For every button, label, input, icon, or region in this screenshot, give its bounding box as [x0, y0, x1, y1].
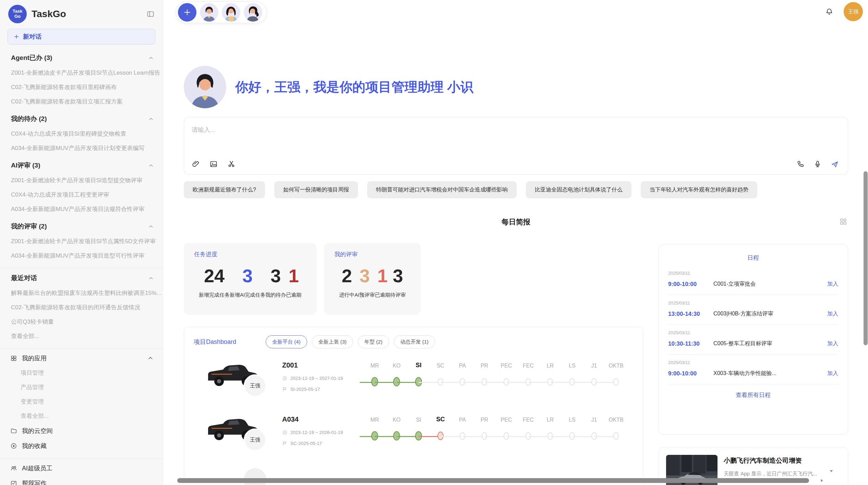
schedule-item: 2025/03/11 10:30-11:30 C005-整车工程目标评审 加入: [668, 325, 838, 355]
sidebar-item[interactable]: C02-飞腾新能源轻客改款项目立项汇报方案: [0, 95, 163, 109]
dashboard-tab[interactable]: 全新平台 (4): [266, 335, 307, 348]
schedule-name: C005-整车工程目标评审: [713, 340, 827, 347]
scroll-down-arrow-icon[interactable]: [828, 468, 834, 474]
milestone: FEC: [517, 358, 539, 399]
sidebar-item[interactable]: Z001-全新燃油轻卡产品开发项目SI节点属性5D文件评审: [0, 234, 163, 249]
user-avatar[interactable]: 王强: [844, 2, 863, 21]
sidebar-item[interactable]: C0X4-动力总成开发项目SI里程碑提交物检查: [0, 127, 163, 141]
new-chat-button[interactable]: 新对话: [8, 29, 155, 45]
paperclip-icon[interactable]: [192, 160, 200, 168]
milestone-label: SC: [430, 363, 451, 369]
recent-view-all[interactable]: 查看全部...: [0, 329, 163, 344]
recent-chat-item[interactable]: 公司Q3轻卡销量: [0, 315, 163, 329]
dashboard-tab[interactable]: 全新上装 (3): [312, 335, 353, 348]
chevron-up-icon[interactable]: [148, 116, 154, 122]
sidebar-item[interactable]: Z001-全新燃油轻卡产品开发项目SI造型提交物评审: [0, 173, 163, 188]
stat-value: 3: [265, 264, 286, 288]
recent-chat-item[interactable]: C02-飞腾新能源轻客改款项目的闭环通告反馈情况: [0, 300, 163, 315]
milestone-connector: [594, 382, 616, 383]
horizontal-scrollbar[interactable]: [177, 478, 809, 483]
sidebar-item[interactable]: A034-全新新能源MUV产品开发项目造型可行性评审: [0, 249, 163, 263]
sidebar-item[interactable]: C02-飞腾新能源轻客改款项目里程碑画布: [0, 80, 163, 95]
milestone: LR: [539, 412, 561, 453]
write-icon: [10, 480, 17, 485]
my-apps-item[interactable]: 产品管理: [0, 380, 163, 395]
milestone: PR: [473, 412, 495, 453]
sidebar-section-header[interactable]: AI评审 (3): [0, 158, 163, 173]
suggestion-chip[interactable]: 当下年轻人对汽车外观有怎样的喜好趋势: [641, 181, 757, 198]
my-apps-view-all[interactable]: 查看全部...: [0, 409, 163, 423]
project-code: A034: [282, 415, 299, 423]
schedule-item: 2025/03/11 9:00-10:00 C001-立项审批会 加入: [668, 265, 838, 295]
project-row[interactable]: 王强 A034 2023-12-19 ~ 2026-01-19: [194, 412, 633, 463]
schedule-row: 9:00-10:00 C001-立项审批会 加入: [668, 281, 838, 288]
stat-card: 任务进度 24 新增完成任务: [184, 243, 316, 315]
dashboard-tab[interactable]: 动总开发 (1): [394, 335, 435, 348]
recent-chats-title: 最近对话: [11, 274, 148, 283]
dashboard-tab[interactable]: 年型 (2): [358, 335, 389, 348]
join-button[interactable]: 加入: [827, 340, 838, 347]
image-icon[interactable]: [209, 160, 218, 168]
dashboard-header: 项目Dashboard 全新平台 (4) 全新上装 (3) 年型 (2): [194, 335, 633, 348]
suggestion-chip[interactable]: 如何写一份清晰的项目周报: [274, 181, 358, 198]
milestone-connector: [506, 436, 528, 437]
sidebar-item-favorites[interactable]: 我的收藏: [0, 438, 163, 453]
view-all-schedule[interactable]: 查看所有日程: [668, 384, 838, 399]
suggestion-chip[interactable]: 欧洲新规最近颁布了什么?: [184, 181, 265, 198]
vertical-scrollbar[interactable]: [864, 171, 868, 345]
milestone-connector: [550, 436, 572, 437]
chevron-up-icon[interactable]: [148, 275, 154, 281]
sidebar-item[interactable]: C0X4-动力总成开发项目工程变更评审: [0, 188, 163, 202]
stat-card-title: 任务进度: [194, 250, 306, 258]
sidebar-section-header[interactable]: 我的评审 (2): [0, 219, 163, 234]
sidebar-section-header[interactable]: Agent已办 (3): [0, 50, 163, 66]
agent-avatar-3[interactable]: [244, 3, 262, 22]
chevron-up-icon[interactable]: [148, 163, 154, 169]
join-button[interactable]: 加入: [827, 281, 838, 288]
project-row[interactable]: 王强 Z001 2023-12-19 ~ 2027-01-19: [194, 358, 633, 409]
project-owner-badge: 王强: [244, 374, 266, 397]
scissors-icon[interactable]: [227, 160, 236, 168]
sidebar-item[interactable]: A034-全新新能源MUV产品开发项目计划变更表编写: [0, 141, 163, 156]
recent-chat-item[interactable]: 解释最新出台的欧盟报废车法规再生塑料比例被调至15%...: [0, 286, 163, 300]
my-apps-item[interactable]: 变更管理: [0, 395, 163, 409]
milestone-connector: [484, 436, 506, 437]
milestone-label: LR: [539, 363, 561, 369]
collapse-sidebar-icon[interactable]: [146, 10, 155, 18]
stat-card: 我的评审 2 进行中: [324, 243, 421, 315]
daily-brief-title: 每日简报: [502, 217, 530, 227]
suggestion-chip[interactable]: 比亚迪全固态电池计划具体说了什么: [526, 181, 631, 198]
bell-icon[interactable]: [825, 8, 833, 16]
mic-icon[interactable]: [813, 160, 822, 168]
schedule-name: C003|H0B-方案冻结评审: [713, 310, 827, 318]
chevron-up-icon[interactable]: [147, 355, 154, 362]
agent-avatar-1[interactable]: [200, 3, 218, 22]
my-apps-item[interactable]: 项目管理: [0, 366, 163, 380]
milestone: MR: [364, 412, 386, 453]
sidebar-item[interactable]: A034-全新新能源MUV产品开发项目法规符合性评审: [0, 202, 163, 216]
sidebar-item[interactable]: Z001-全新燃油皮卡产品开发项目SI节点Lesson Learn报告: [0, 66, 163, 80]
add-agent-button[interactable]: [178, 3, 196, 22]
sidebar-section-header[interactable]: 我的待办 (2): [0, 111, 163, 127]
phone-icon[interactable]: [796, 160, 805, 168]
sidebar-item-ai-employee[interactable]: AI超级员工: [0, 461, 163, 476]
milestone: SC: [430, 358, 451, 399]
sidebar-item-help-write[interactable]: 帮我写作: [0, 476, 163, 485]
chevron-up-icon[interactable]: [148, 224, 154, 229]
send-icon[interactable]: [831, 160, 839, 168]
sidebar-item-cloud-space[interactable]: 我的云空间: [0, 423, 163, 438]
dashboard-grid-icon[interactable]: [839, 217, 847, 226]
stat-label: 进行中: [339, 292, 354, 298]
scroll-right-arrow-icon[interactable]: [819, 477, 825, 484]
join-button[interactable]: 加入: [827, 310, 838, 318]
join-button[interactable]: 加入: [827, 370, 838, 377]
suggestion-chip[interactable]: 特朗普可能对进口汽车增税会对中国车企造成哪些影响: [367, 181, 517, 198]
greeting-text: 你好，王强，我是你的项目管理助理 小识: [235, 78, 473, 96]
agent-avatar-2[interactable]: [222, 3, 240, 22]
recent-chats-header[interactable]: 最近对话: [0, 270, 163, 286]
chat-input[interactable]: [192, 126, 840, 152]
my-apps-header[interactable]: 我的应用: [0, 351, 163, 366]
chevron-up-icon[interactable]: [148, 55, 154, 61]
stat-value: 3: [390, 264, 406, 288]
milestone: OKTB: [605, 358, 627, 399]
